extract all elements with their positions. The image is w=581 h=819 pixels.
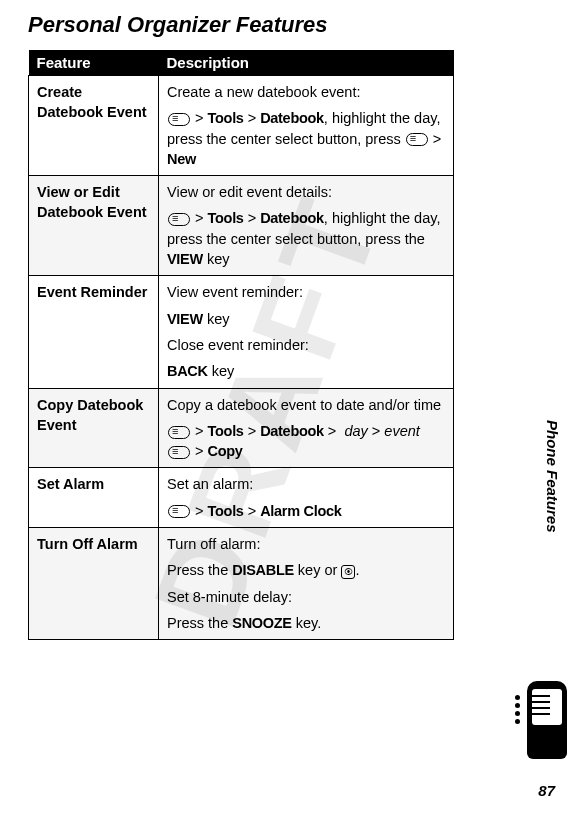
page-number: 87 [538,782,555,799]
table-row: Set Alarm Set an alarm: > Tools > Alarm … [29,468,454,528]
page-content: Personal Organizer Features Feature Desc… [0,0,581,640]
desc-line: Press the DISABLE key or ⦿. [167,560,445,580]
desc-line: > Tools > Datebook, highlight the day, p… [167,108,445,169]
desc-text: key [208,363,235,379]
desc-line: Press the SNOOZE key. [167,613,445,633]
desc-text: key or [294,562,342,578]
feature-desc: Create a new datebook event: > Tools > D… [159,76,454,176]
page-title: Personal Organizer Features [28,12,553,38]
table-row: Create Datebook Event Create a new dateb… [29,76,454,176]
desc-line: View or edit event details: [167,182,445,202]
feature-name: Event Reminder [29,276,159,388]
desc-text: key. [292,615,322,631]
features-table: Feature Description Create Datebook Even… [28,50,454,640]
var-day: day [344,423,367,439]
feature-name: Turn Off Alarm [29,528,159,640]
desc-line: View event reminder: [167,282,445,302]
menu-item: Tools [208,423,244,439]
feature-desc: Copy a datebook event to date and/or tim… [159,388,454,468]
key-label: VIEW [167,251,203,267]
header-feature: Feature [29,50,159,76]
desc-line: Set 8-minute delay: [167,587,445,607]
feature-name: Create Datebook Event [29,76,159,176]
desc-text: key [203,311,230,327]
desc-line: VIEW key [167,309,445,329]
phone-icon [519,681,567,759]
desc-text: key [203,251,230,267]
table-row: Copy Datebook Event Copy a datebook even… [29,388,454,468]
menu-item: Tools [208,503,244,519]
header-description: Description [159,50,454,76]
feature-name: Set Alarm [29,468,159,528]
menu-item: Copy [208,443,243,459]
menu-icon [168,213,190,226]
menu-item: Datebook [260,210,324,226]
desc-line: Create a new datebook event: [167,82,445,102]
menu-icon [168,446,190,459]
key-label: VIEW [167,311,203,327]
desc-line: > Tools > Datebook, highlight the day, p… [167,208,445,269]
menu-item: Alarm Clock [260,503,341,519]
desc-line: > Tools > Datebook > day > event > Copy [167,421,445,462]
feature-name: Copy Datebook Event [29,388,159,468]
table-row: Turn Off Alarm Turn off alarm: Press the… [29,528,454,640]
end-key-icon: ⦿ [341,565,355,579]
feature-desc: Turn off alarm: Press the DISABLE key or… [159,528,454,640]
menu-item: Tools [208,110,244,126]
menu-item: Datebook [260,110,324,126]
key-label: DISABLE [232,562,294,578]
feature-desc: View or edit event details: > Tools > Da… [159,176,454,276]
feature-name: View or Edit Datebook Event [29,176,159,276]
desc-text: Press the [167,615,232,631]
key-label: SNOOZE [232,615,291,631]
feature-desc: View event reminder: VIEW key Close even… [159,276,454,388]
desc-line: Set an alarm: [167,474,445,494]
table-row: Event Reminder View event reminder: VIEW… [29,276,454,388]
desc-line: BACK key [167,361,445,381]
menu-icon [168,505,190,518]
desc-line: Turn off alarm: [167,534,445,554]
feature-desc: Set an alarm: > Tools > Alarm Clock [159,468,454,528]
table-row: View or Edit Datebook Event View or edit… [29,176,454,276]
menu-item: New [167,151,196,167]
menu-item: Datebook [260,423,324,439]
key-label: BACK [167,363,208,379]
var-event: event [384,423,419,439]
menu-icon [168,113,190,126]
desc-line: Copy a datebook event to date and/or tim… [167,395,445,415]
menu-item: Tools [208,210,244,226]
desc-line: > Tools > Alarm Clock [167,501,445,521]
menu-icon [168,426,190,439]
menu-icon [406,133,428,146]
desc-text: Press the [167,562,232,578]
desc-line: Close event reminder: [167,335,445,355]
desc-text: . [355,562,359,578]
